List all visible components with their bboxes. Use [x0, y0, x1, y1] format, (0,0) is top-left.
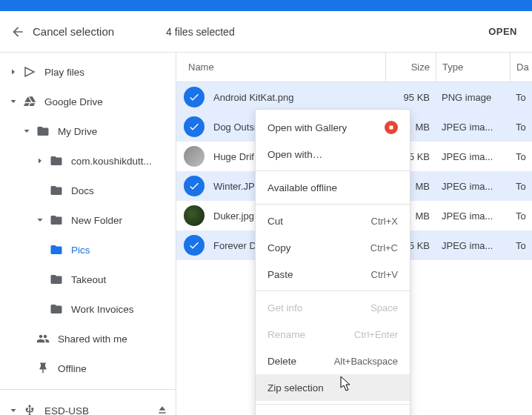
tree-label: My Drive — [58, 126, 176, 137]
tree-item-pics[interactable]: Pics — [0, 235, 176, 265]
tree-label: Google Drive — [44, 96, 176, 107]
menu-label: Open with… — [267, 149, 322, 160]
folder-icon — [50, 273, 63, 286]
tree-label: Work Invoices — [71, 304, 176, 315]
selection-check-icon — [184, 235, 205, 256]
menu-label: Delete — [267, 356, 296, 367]
tree-label: New Folder — [71, 215, 176, 226]
tree-item-offline[interactable]: Offline — [0, 353, 176, 383]
tree-item-com-koushik[interactable]: com.koushikdutt... — [0, 146, 176, 176]
file-date: To — [510, 240, 532, 251]
file-type: JPEG ima... — [436, 181, 510, 192]
play-icon — [23, 65, 36, 79]
file-date: To — [510, 210, 532, 222]
tree-item-my-drive[interactable]: My Drive — [0, 116, 176, 146]
tree-item-google-drive[interactable]: Google Drive — [0, 87, 176, 116]
file-thumbnail — [184, 146, 205, 167]
context-menu: Open with Gallery Open with… Available o… — [255, 109, 410, 415]
menu-shortcut: Alt+Backspace — [334, 356, 398, 367]
pin-icon — [36, 362, 50, 375]
chevron-down-icon — [9, 406, 18, 415]
menu-rename: Rename Ctrl+Enter — [256, 321, 410, 348]
folder-icon — [50, 184, 63, 197]
back-button[interactable] — [4, 19, 31, 45]
menu-label: Get info — [267, 302, 302, 313]
tree-label: Takeout — [71, 274, 176, 285]
menu-label: Available offline — [267, 182, 337, 193]
selection-count-label: 4 files selected — [166, 26, 235, 38]
menu-paste[interactable]: Paste Ctrl+V — [256, 261, 410, 288]
chevron-right-icon — [9, 67, 18, 76]
folder-icon — [50, 154, 63, 167]
menu-shortcut: Ctrl+C — [370, 242, 398, 253]
selection-check-icon — [184, 176, 205, 196]
tree-label: Pics — [71, 245, 176, 256]
open-button[interactable]: OPEN — [482, 20, 523, 43]
sidebar: Play files Google Drive My Drive com.kou… — [0, 53, 176, 415]
column-size[interactable]: Size — [385, 53, 436, 82]
toolbar: Cancel selection 4 files selected OPEN — [0, 11, 532, 53]
tree-label: Shared with me — [58, 333, 176, 345]
menu-available-offline[interactable]: Available offline — [256, 174, 410, 201]
svg-rect-0 — [390, 126, 393, 130]
chevron-down-icon — [36, 216, 44, 225]
eject-button[interactable] — [156, 404, 168, 416]
folder-icon — [50, 302, 63, 316]
tree-label: com.koushikdutt... — [71, 156, 176, 167]
menu-open-with-gallery[interactable]: Open with Gallery — [256, 114, 410, 141]
file-type: JPEG ima... — [436, 151, 510, 162]
file-date: To — [510, 151, 532, 162]
column-header-row: Name Size Type Da — [176, 53, 532, 82]
tree-item-esd-usb[interactable]: ESD-USB — [0, 396, 176, 415]
tree-item-play-files[interactable]: Play files — [0, 57, 176, 87]
file-size: 95 KB — [385, 92, 436, 103]
tree-item-new-folder[interactable]: New Folder — [0, 205, 176, 235]
menu-cut[interactable]: Cut Ctrl+X — [256, 208, 410, 234]
menu-shortcut: Ctrl+V — [371, 269, 398, 280]
folder-icon — [36, 124, 50, 138]
selection-check-icon — [184, 87, 205, 107]
tree-item-takeout[interactable]: Takeout — [0, 265, 176, 294]
menu-zip-selection[interactable]: Zip selection — [256, 374, 410, 401]
menu-shortcut: Ctrl+Enter — [354, 329, 398, 340]
file-type: JPEG ima... — [436, 122, 510, 133]
gallery-badge-icon — [385, 121, 398, 134]
menu-get-info: Get info Space — [256, 294, 410, 321]
menu-label: Copy — [267, 242, 291, 253]
eject-icon — [156, 404, 168, 416]
column-date[interactable]: Da — [510, 53, 532, 82]
window-title-bar — [0, 0, 532, 11]
usb-icon — [23, 404, 36, 415]
menu-delete[interactable]: Delete Alt+Backspace — [256, 348, 410, 374]
arrow-left-icon — [10, 24, 25, 39]
menu-copy[interactable]: Copy Ctrl+C — [256, 234, 410, 261]
menu-open-with[interactable]: Open with… — [256, 141, 410, 167]
tree-item-shared[interactable]: Shared with me — [0, 324, 176, 353]
people-icon — [36, 332, 50, 345]
file-name: Android KitKat.png — [213, 92, 385, 103]
chevron-right-icon — [36, 156, 44, 165]
cancel-selection-label[interactable]: Cancel selection — [33, 25, 114, 38]
file-type: JPEG ima... — [436, 240, 510, 251]
menu-label: Open with Gallery — [267, 122, 347, 133]
menu-new-folder[interactable]: New folder Ctrl+E — [256, 408, 410, 415]
tree-label: Offline — [58, 363, 176, 374]
menu-shortcut: Ctrl+X — [371, 216, 398, 227]
folder-icon — [50, 243, 63, 256]
tree-item-docs[interactable]: Docs — [0, 176, 176, 205]
column-name[interactable]: Name — [176, 62, 385, 73]
menu-label: Cut — [267, 216, 283, 227]
chevron-down-icon — [22, 127, 31, 136]
chevron-down-icon — [9, 97, 18, 106]
file-type: PNG image — [436, 92, 510, 103]
column-type[interactable]: Type — [436, 53, 510, 82]
file-thumbnail — [184, 205, 205, 226]
tree-label: Docs — [71, 185, 176, 196]
file-date: To — [510, 92, 532, 103]
menu-label: Zip selection — [267, 382, 324, 394]
tree-label: Play files — [44, 67, 176, 78]
menu-shortcut: Space — [370, 302, 398, 313]
file-date: To — [510, 181, 532, 192]
tree-item-work-invoices[interactable]: Work Invoices — [0, 294, 176, 324]
file-row[interactable]: Android KitKat.png 95 KB PNG image To — [176, 82, 532, 112]
